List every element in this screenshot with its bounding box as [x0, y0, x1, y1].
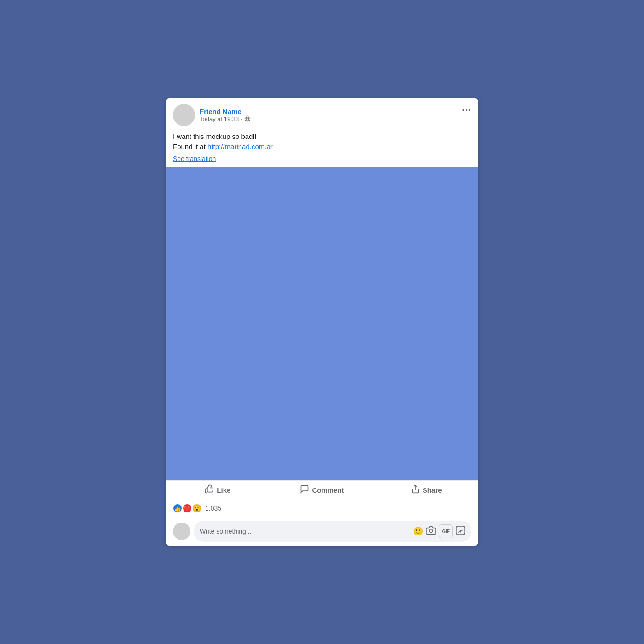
post-text: I want this mockup so bad!! Found it at …: [166, 132, 478, 168]
post-link[interactable]: http://marinad.com.ar: [207, 143, 273, 150]
comment-area: Write something... 🙂 GIF: [166, 517, 478, 546]
share-icon: [411, 484, 420, 496]
like-button[interactable]: Like: [166, 481, 270, 500]
comment-icons: 🙂 GIF: [413, 524, 466, 538]
camera-icon[interactable]: [426, 525, 436, 538]
like-icon: [205, 484, 214, 496]
emoji-icon[interactable]: 🙂: [413, 526, 423, 536]
comment-input-placeholder: Write something...: [200, 528, 413, 535]
post-time-text: Today at 19:33: [200, 115, 239, 122]
comment-avatar: [173, 523, 190, 540]
post-text-line2: Found it at http://marinad.com.ar: [173, 142, 471, 152]
reaction-count: 1.035: [205, 505, 221, 512]
globe-icon: [244, 115, 251, 122]
reactions-row: 👍 ❤️ 😮 1.035: [166, 500, 478, 517]
comment-button[interactable]: Comment: [270, 481, 374, 500]
friend-name[interactable]: Friend Name: [200, 108, 471, 115]
more-options-button[interactable]: ···: [462, 105, 471, 115]
see-translation-link[interactable]: See translation: [173, 154, 216, 164]
comment-input-wrap[interactable]: Write something... 🙂 GIF: [194, 521, 471, 542]
comment-icon: [300, 484, 309, 496]
sticker-icon[interactable]: [455, 525, 466, 538]
comment-label: Comment: [312, 486, 344, 494]
avatar: [173, 104, 195, 126]
post-actions: Like Comment Share: [166, 480, 478, 500]
dot-separator: ·: [241, 115, 242, 122]
gif-icon[interactable]: GIF: [439, 524, 453, 538]
post-time: Today at 19:33 ·: [200, 115, 471, 122]
svg-point-6: [429, 529, 432, 532]
post-image: [166, 167, 478, 480]
wow-reaction-emoji: 😮: [192, 504, 201, 513]
post-text-prefix: Found it at: [173, 143, 207, 150]
post-header: Friend Name Today at 19:33 · ···: [166, 98, 478, 132]
share-button[interactable]: Share: [374, 481, 478, 500]
post-meta: Friend Name Today at 19:33 ·: [200, 108, 471, 122]
post-text-line1: I want this mockup so bad!!: [173, 132, 471, 142]
love-reaction-emoji: ❤️: [183, 504, 192, 513]
like-label: Like: [217, 486, 230, 494]
share-label: Share: [423, 486, 442, 494]
facebook-post-card: Friend Name Today at 19:33 · ··· I want …: [166, 98, 478, 546]
like-reaction-emoji: 👍: [173, 504, 182, 513]
